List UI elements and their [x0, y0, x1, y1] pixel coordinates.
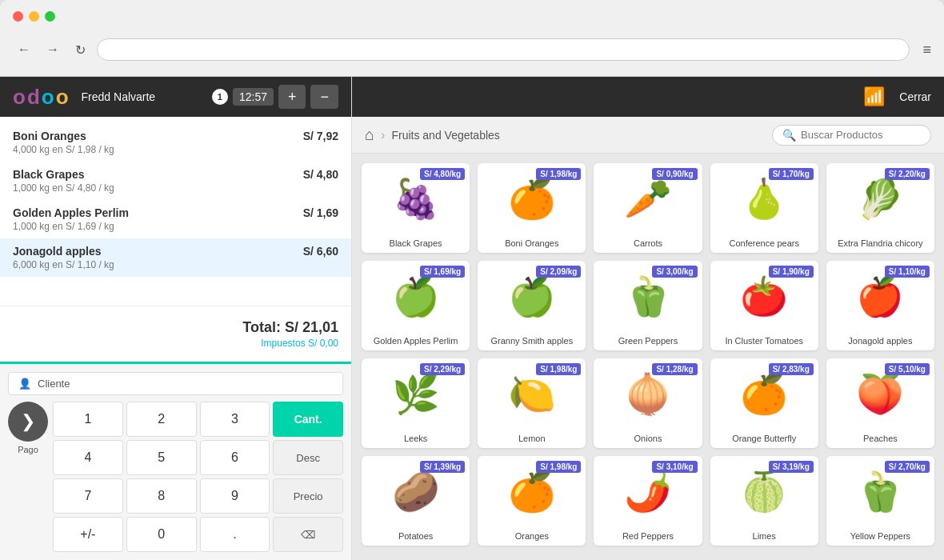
item-price: S/ 7,92: [303, 130, 338, 142]
order-list: Boni Oranges S/ 7,92 4,000 kg en S/ 1,98…: [0, 117, 351, 306]
top-bar-right-left: 1 12:57 + −: [212, 85, 338, 109]
product-image-wrap: S/ 4,80/kg 🍇: [362, 163, 470, 235]
product-card[interactable]: S/ 2,83/kg 🍊 Orange Butterfly: [710, 358, 818, 448]
product-image: 🍑: [856, 375, 904, 414]
home-button[interactable]: ⌂: [365, 126, 374, 144]
search-input[interactable]: [801, 129, 921, 141]
maximize-traffic-light[interactable]: [45, 11, 55, 22]
product-card[interactable]: S/ 2,29/kg 🌿 Leeks: [362, 358, 470, 448]
product-image: 🍎: [856, 278, 904, 316]
order-item[interactable]: Black Grapes S/ 4,80 1,000 kg en S/ 4,80…: [0, 162, 351, 200]
product-card[interactable]: S/ 1,69/kg 🍏 Golden Apples Perlim: [362, 261, 470, 350]
product-name: Leeks: [362, 430, 470, 448]
price-badge: S/ 5,10/kg: [885, 363, 930, 375]
precio-button[interactable]: Precio: [273, 478, 343, 514]
product-image-wrap: S/ 2,83/kg 🍊: [710, 358, 818, 430]
item-price: S/ 6,60: [303, 245, 338, 258]
product-card[interactable]: S/ 1,10/kg 🍎 Jonagold apples: [826, 261, 934, 350]
product-card[interactable]: S/ 5,10/kg 🍑 Peaches: [826, 358, 934, 448]
desc-button[interactable]: Desc: [273, 440, 343, 475]
product-card[interactable]: S/ 2,09/kg 🍏 Granny Smith apples: [478, 261, 586, 350]
product-card[interactable]: S/ 2,20/kg 🥬 Extra Flandria chicory: [826, 163, 934, 253]
product-card[interactable]: S/ 0,90/kg 🥕 Carrots: [594, 163, 702, 253]
cerrar-button[interactable]: Cerrar: [899, 90, 931, 103]
key-1[interactable]: 1: [53, 402, 123, 437]
item-detail: 1,000 kg en S/ 4,80 / kg: [13, 182, 338, 194]
item-name: Black Grapes: [13, 168, 85, 181]
pago-button[interactable]: ❯: [8, 402, 48, 442]
search-box: 🔍: [772, 125, 931, 146]
price-badge: S/ 1,39/kg: [420, 461, 465, 473]
product-card[interactable]: S/ 1,28/kg 🧅 Onions: [594, 358, 702, 448]
key-4[interactable]: 4: [53, 440, 123, 475]
product-name: Carrots: [594, 235, 702, 253]
key-plusminus[interactable]: +/-: [53, 517, 123, 552]
key-5[interactable]: 5: [126, 440, 197, 475]
remove-session-button[interactable]: −: [310, 85, 338, 109]
numpad-main: ❯ Pago 1 2 3 Cant. 4 5 6 Desc 7 8: [8, 402, 343, 552]
product-card[interactable]: S/ 1,98/kg 🍊 Oranges: [478, 456, 586, 546]
product-image-wrap: S/ 5,10/kg 🍑: [826, 358, 934, 430]
product-card[interactable]: S/ 1,39/kg 🥔 Potatoes: [362, 456, 470, 546]
product-name: Lemon: [478, 430, 586, 448]
product-name: Boni Oranges: [478, 235, 586, 253]
product-image-wrap: S/ 0,90/kg 🥕: [594, 163, 702, 235]
order-item[interactable]: Jonagold apples S/ 6,60 6,000 kg en S/ 1…: [0, 238, 351, 277]
order-item[interactable]: Boni Oranges S/ 7,92 4,000 kg en S/ 1,98…: [0, 123, 351, 162]
product-name: Limes: [710, 528, 818, 546]
product-image-wrap: S/ 2,70/kg 🫑: [826, 456, 934, 528]
product-name: Oranges: [478, 528, 586, 546]
key-2[interactable]: 2: [126, 402, 197, 437]
product-card[interactable]: S/ 4,80/kg 🍇 Black Grapes: [362, 163, 470, 253]
product-card[interactable]: S/ 3,10/kg 🌶️ Red Peppers: [594, 456, 702, 546]
product-image: 🍊: [508, 473, 556, 511]
close-traffic-light[interactable]: [13, 11, 23, 22]
key-0[interactable]: 0: [126, 517, 197, 552]
left-panel: o d o o Fredd Nalvarte 1 12:57 + − Boni …: [0, 77, 352, 560]
cant-button[interactable]: Cant.: [273, 402, 343, 437]
product-card[interactable]: S/ 1,98/kg 🍋 Lemon: [478, 358, 586, 448]
total-area: Total: S/ 21,01 Impuestos S/ 0,00: [0, 306, 351, 362]
key-6[interactable]: 6: [200, 440, 270, 475]
order-item[interactable]: Golden Apples Perlim S/ 1,69 1,000 kg en…: [0, 200, 351, 238]
product-image-wrap: S/ 1,10/kg 🍎: [826, 261, 934, 333]
product-card[interactable]: S/ 2,70/kg 🫑 Yellow Peppers: [826, 456, 934, 546]
browser-menu-icon[interactable]: ≡: [922, 42, 931, 58]
breadcrumb-separator: ›: [381, 128, 385, 142]
product-card[interactable]: S/ 3,00/kg 🫑 Green Peppers: [594, 261, 702, 350]
session-badge: 1: [212, 89, 228, 105]
address-bar[interactable]: [97, 38, 910, 61]
key-dot[interactable]: .: [200, 517, 270, 552]
refresh-button[interactable]: ↻: [70, 41, 90, 59]
backspace-button[interactable]: ⌫: [273, 517, 343, 552]
minimize-traffic-light[interactable]: [29, 11, 39, 22]
price-badge: S/ 3,00/kg: [652, 266, 697, 278]
pago-label: Pago: [18, 445, 38, 454]
price-badge: S/ 1,90/kg: [769, 266, 814, 278]
key-3[interactable]: 3: [200, 402, 270, 437]
product-card[interactable]: S/ 1,98/kg 🍊 Boni Oranges: [478, 163, 586, 253]
product-image: 🍅: [740, 278, 788, 316]
back-button[interactable]: ←: [13, 41, 35, 58]
add-session-button[interactable]: +: [278, 85, 306, 109]
product-image-wrap: S/ 1,28/kg 🧅: [594, 358, 702, 430]
item-price: S/ 4,80: [303, 168, 338, 181]
logo-letter-o: o: [13, 85, 26, 110]
product-card[interactable]: S/ 1,90/kg 🍅 In Cluster Tomatoes: [710, 261, 818, 350]
key-9[interactable]: 9: [200, 478, 270, 514]
customer-button[interactable]: 👤 Cliente: [8, 372, 343, 395]
key-8[interactable]: 8: [126, 478, 197, 514]
product-card[interactable]: S/ 1,70/kg 🍐 Conference pears: [710, 163, 818, 253]
product-image: 🥔: [392, 473, 440, 511]
odoo-logo: o d o o: [13, 85, 69, 110]
right-panel: 📶 Cerrar ⌂ › Fruits and Vegetables 🔍 S/ …: [352, 77, 944, 560]
product-image: 🍏: [508, 278, 556, 316]
forward-button[interactable]: →: [42, 41, 64, 58]
top-bar-right-panel: 📶 Cerrar: [352, 77, 944, 117]
price-badge: S/ 1,98/kg: [536, 168, 581, 180]
logo-letter-o2: o: [42, 85, 54, 110]
product-card[interactable]: S/ 3,19/kg 🍈 Limes: [710, 456, 818, 546]
product-name: Onions: [594, 430, 702, 448]
item-name: Boni Oranges: [13, 130, 86, 142]
key-7[interactable]: 7: [53, 478, 123, 514]
